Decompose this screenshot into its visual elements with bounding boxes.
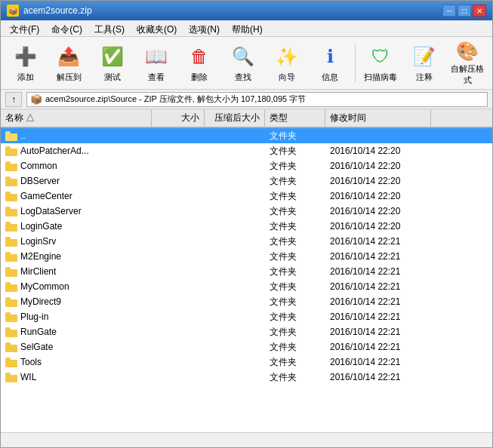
table-row[interactable]: Tools 文件夹 2016/10/14 22:21 <box>1 354 492 370</box>
toolbar-test-button[interactable]: ✅ 测试 <box>92 41 133 85</box>
file-name: LoginSrv <box>20 236 56 247</box>
window-title: acem2source.zip <box>23 5 438 16</box>
address-field[interactable]: 📦 acem2source.zip\Source - ZIP 压缩文件, 解包大… <box>26 92 488 107</box>
cell-size <box>152 270 205 273</box>
table-row[interactable]: MirClient 文件夹 2016/10/14 22:21 <box>1 264 492 279</box>
file-name: Common <box>20 161 57 171</box>
cell-size <box>152 240 205 243</box>
toolbar-info-button[interactable]: ℹ 信息 <box>310 41 350 85</box>
cell-compressed <box>205 225 265 228</box>
file-name: LoginGate <box>20 221 62 232</box>
file-name: GameCenter <box>20 191 72 201</box>
table-row[interactable]: .. 文件夹 <box>1 128 492 143</box>
menu-item-帮助(H)[interactable]: 帮助(H) <box>226 22 269 35</box>
cell-modified: 2016/10/14 22:21 <box>325 325 431 339</box>
cell-compressed <box>205 255 265 258</box>
col-header-modified[interactable]: 修改时间 <box>325 109 431 127</box>
file-name: MirClient <box>20 266 56 277</box>
cell-compressed <box>205 270 265 273</box>
scan-label: 扫描病毒 <box>364 72 397 83</box>
table-row[interactable]: SelGate 文件夹 2016/10/14 22:21 <box>1 339 492 354</box>
toolbar-add-button[interactable]: ➕ 添加 <box>5 41 46 85</box>
cell-compressed <box>205 164 265 167</box>
col-header-compressed[interactable]: 压缩后大小 <box>205 109 265 127</box>
file-name: RunGate <box>20 327 57 337</box>
col-header-size[interactable]: 大小 <box>152 109 205 127</box>
cell-size <box>152 255 205 258</box>
toolbar-comment-button[interactable]: 📝 注释 <box>404 41 445 85</box>
table-row[interactable]: LoginSrv 文件夹 2016/10/14 22:21 <box>1 234 492 249</box>
folder-icon <box>5 311 17 322</box>
table-row[interactable]: RunGate 文件夹 2016/10/14 22:21 <box>1 324 492 339</box>
cell-compressed <box>205 240 265 243</box>
file-name: Tools <box>20 357 42 367</box>
menu-item-工具(S)[interactable]: 工具(S) <box>88 22 131 35</box>
cell-type: 文件夹 <box>265 143 325 159</box>
folder-icon <box>5 161 17 171</box>
cell-compressed <box>205 134 265 137</box>
table-row[interactable]: AutoPatcherAd... 文件夹 2016/10/14 22:20 <box>1 143 492 158</box>
cell-type: 文件夹 <box>265 173 325 189</box>
cell-size <box>152 345 205 348</box>
sfx-label: 自解压格式 <box>449 63 485 86</box>
cell-size <box>152 164 205 167</box>
table-row[interactable]: DBServer 文件夹 2016/10/14 22:20 <box>1 173 492 189</box>
folder-icon <box>5 266 17 277</box>
cell-modified <box>325 134 431 137</box>
cell-modified: 2016/10/14 22:21 <box>325 295 431 308</box>
cell-name: LoginGate <box>1 219 152 233</box>
minimize-button[interactable]: ─ <box>442 5 456 17</box>
cell-compressed <box>205 315 265 318</box>
col-header-type[interactable]: 类型 <box>265 109 325 127</box>
table-row[interactable]: Common 文件夹 2016/10/14 22:20 <box>1 158 492 173</box>
cell-size <box>152 285 205 288</box>
table-row[interactable]: MyCommon 文件夹 2016/10/14 22:21 <box>1 279 492 294</box>
menu-item-收藏夹(O)[interactable]: 收藏夹(O) <box>131 22 183 35</box>
cell-size <box>152 315 205 318</box>
delete-icon: 🗑 <box>186 44 213 70</box>
maximize-button[interactable]: □ <box>458 5 471 17</box>
cell-type: 文件夹 <box>265 189 325 204</box>
cell-name: Plug-in <box>1 310 152 324</box>
toolbar-scan-button[interactable]: 🛡 扫描病毒 <box>360 41 401 85</box>
toolbar-delete-button[interactable]: 🗑 删除 <box>180 41 220 85</box>
cell-type: 文件夹 <box>265 264 325 280</box>
table-row[interactable]: LogDataServer 文件夹 2016/10/14 22:20 <box>1 204 492 219</box>
cell-type: 文件夹 <box>265 324 325 340</box>
find-label: 查找 <box>235 72 251 83</box>
cell-size <box>152 180 205 183</box>
cell-size <box>152 195 205 198</box>
toolbar-extract-button[interactable]: 📤 解压到 <box>49 41 90 85</box>
cell-modified: 2016/10/14 22:21 <box>325 310 431 324</box>
table-row[interactable]: GameCenter 文件夹 2016/10/14 22:20 <box>1 189 492 204</box>
cell-size <box>152 134 205 137</box>
cell-size <box>152 361 205 364</box>
close-button[interactable]: ✕ <box>473 5 486 17</box>
folder-icon <box>5 372 17 382</box>
cell-size <box>152 149 205 152</box>
col-header-name[interactable]: 名称 △ <box>1 109 152 127</box>
toolbar-sfx-button[interactable]: 🎨 自解压格式 <box>447 41 488 85</box>
table-row[interactable]: WIL 文件夹 2016/10/14 22:21 <box>1 370 492 385</box>
cell-name: M2Engine <box>1 250 152 263</box>
menu-item-选项(N)[interactable]: 选项(N) <box>183 22 226 35</box>
main-window: 📦 acem2source.zip ─ □ ✕ 文件(F)命令(C)工具(S)收… <box>0 0 493 448</box>
nav-up-button[interactable]: ↑ <box>5 92 22 107</box>
menu-item-文件(F)[interactable]: 文件(F) <box>4 22 45 35</box>
table-row[interactable]: Plug-in 文件夹 2016/10/14 22:21 <box>1 309 492 324</box>
cell-name: DBServer <box>1 174 152 188</box>
test-icon: ✅ <box>99 44 126 70</box>
menu-item-命令(C)[interactable]: 命令(C) <box>45 22 88 35</box>
toolbar-find-button[interactable]: 🔍 查找 <box>223 41 263 85</box>
toolbar-wizard-button[interactable]: ✨ 向导 <box>267 41 307 85</box>
scan-icon: 🛡 <box>367 44 394 70</box>
status-bar <box>1 432 492 447</box>
cell-name: Common <box>1 159 152 173</box>
toolbar-view-button[interactable]: 📖 查看 <box>136 41 177 85</box>
table-row[interactable]: LoginGate 文件夹 2016/10/14 22:20 <box>1 219 492 234</box>
table-row[interactable]: MyDirect9 文件夹 2016/10/14 22:21 <box>1 294 492 309</box>
cell-modified: 2016/10/14 22:21 <box>325 355 431 369</box>
folder-icon <box>5 221 17 232</box>
table-row[interactable]: M2Engine 文件夹 2016/10/14 22:21 <box>1 249 492 264</box>
cell-compressed <box>205 300 265 303</box>
